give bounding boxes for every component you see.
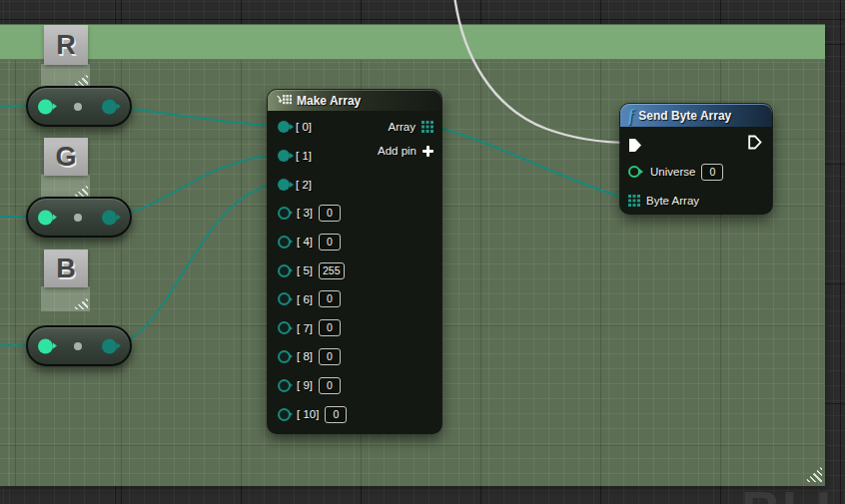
- array-element-value-input[interactable]: 0: [319, 348, 341, 365]
- send-byte-array-title: Send Byte Array: [638, 109, 731, 123]
- comment-b-title[interactable]: B: [44, 250, 88, 287]
- array-element-value-input[interactable]: 0: [319, 319, 341, 336]
- comment-b-label: B: [56, 253, 76, 284]
- make-array-node[interactable]: Make Array [ 0][ 1][ 2][ 3]0[ 4]0[ 5]255…: [268, 90, 441, 433]
- array-element-pin[interactable]: [278, 321, 291, 334]
- array-element-value-input[interactable]: 255: [319, 262, 345, 279]
- make-array-input-row: [ 2]: [278, 175, 312, 195]
- array-element-pin[interactable]: [278, 264, 291, 277]
- compact-node-b[interactable]: [26, 325, 132, 366]
- array-element-value-input[interactable]: 0: [319, 290, 341, 307]
- array-element-pin[interactable]: [278, 179, 290, 191]
- function-icon: f: [628, 108, 633, 124]
- make-array-input-row: [ 3]0: [278, 203, 341, 223]
- array-element-pin[interactable]: [278, 121, 290, 133]
- make-array-icon: [276, 94, 292, 107]
- make-array-input-row: [ 8]0: [278, 346, 341, 366]
- byte-array-row: Byte Array: [628, 191, 699, 211]
- pill-g-output-pin[interactable]: [102, 210, 117, 225]
- array-element-label: [ 10]: [297, 408, 319, 420]
- array-element-label: [ 8]: [297, 350, 313, 362]
- blueprint-graph-canvas[interactable]: BLU R G B: [0, 0, 845, 504]
- pill-b-output-pin[interactable]: [102, 338, 117, 353]
- universe-row: Universe 0: [628, 162, 723, 182]
- make-array-input-row: [ 7]0: [278, 318, 341, 338]
- byte-array-pin-icon[interactable]: [628, 195, 640, 207]
- array-element-pin[interactable]: [278, 236, 291, 249]
- array-element-pin[interactable]: [278, 292, 291, 305]
- send-byte-array-node[interactable]: f Send Byte Array Universe 0 Byte: [620, 104, 772, 214]
- pill-g-icon: [74, 214, 82, 222]
- array-element-pin[interactable]: [278, 350, 291, 363]
- make-array-input-row: [ 0]: [278, 117, 312, 137]
- comment-r-body: [41, 64, 90, 88]
- comment-main-title-bar[interactable]: [0, 24, 825, 60]
- exec-in-row: [628, 135, 642, 155]
- compact-node-r[interactable]: [26, 86, 132, 127]
- pill-r-input-pin[interactable]: [38, 99, 53, 114]
- array-element-value-input[interactable]: 0: [319, 234, 341, 251]
- comment-g-title[interactable]: G: [44, 138, 88, 176]
- array-output-label: Array: [389, 121, 416, 133]
- make-array-output-row: Array: [389, 117, 433, 137]
- comment-g-resize-handle[interactable]: [72, 185, 88, 197]
- pill-b-input-pin[interactable]: [38, 338, 53, 353]
- pill-g-input-pin[interactable]: [38, 210, 53, 225]
- compact-node-g[interactable]: [26, 197, 132, 238]
- comment-r-resize-handle[interactable]: [72, 74, 88, 86]
- array-element-label: [ 4]: [297, 236, 313, 248]
- make-array-input-row: [ 10]0: [278, 404, 347, 424]
- array-element-value-input[interactable]: 0: [325, 406, 347, 423]
- array-element-label: [ 9]: [297, 379, 313, 391]
- exec-in-pin[interactable]: [628, 138, 642, 153]
- universe-label: Universe: [650, 166, 695, 178]
- pill-r-icon: [74, 103, 82, 111]
- array-element-pin[interactable]: [278, 379, 291, 392]
- array-element-value-input[interactable]: 0: [319, 377, 341, 394]
- add-pin-plus-icon[interactable]: [422, 146, 433, 157]
- array-element-label: [ 3]: [297, 207, 313, 219]
- array-element-label: [ 0]: [296, 121, 312, 133]
- array-element-label: [ 2]: [296, 179, 312, 191]
- comment-b-body: [41, 286, 90, 311]
- pill-r-output-pin[interactable]: [102, 99, 117, 114]
- make-array-add-pin-row[interactable]: Add pin: [378, 141, 433, 161]
- pill-b-icon: [74, 342, 82, 350]
- comment-g-body: [41, 175, 90, 199]
- add-pin-label: Add pin: [378, 145, 417, 157]
- array-element-label: [ 5]: [297, 264, 313, 276]
- array-element-pin[interactable]: [278, 207, 291, 220]
- array-element-pin[interactable]: [278, 408, 291, 421]
- make-array-input-row: [ 5]255: [278, 260, 345, 280]
- array-element-label: [ 1]: [296, 150, 312, 162]
- array-output-pin-icon[interactable]: [422, 121, 433, 133]
- make-array-input-row: [ 6]0: [278, 289, 341, 309]
- comment-b-resize-handle[interactable]: [72, 297, 88, 309]
- make-array-input-row: [ 1]: [278, 146, 312, 166]
- make-array-title: Make Array: [297, 94, 361, 108]
- comment-g-label: G: [55, 142, 76, 173]
- comment-r-label: R: [56, 30, 76, 61]
- make-array-header[interactable]: Make Array: [268, 90, 441, 111]
- universe-value-input[interactable]: 0: [701, 164, 723, 181]
- byte-array-label: Byte Array: [646, 195, 699, 207]
- array-element-label: [ 7]: [297, 322, 313, 334]
- array-element-pin[interactable]: [278, 150, 290, 162]
- make-array-input-row: [ 9]0: [278, 375, 341, 395]
- comment-r-title[interactable]: R: [44, 25, 88, 65]
- make-array-input-row: [ 4]0: [278, 232, 341, 252]
- array-element-label: [ 6]: [297, 293, 313, 305]
- universe-pin[interactable]: [628, 166, 640, 178]
- array-element-value-input[interactable]: 0: [319, 205, 341, 222]
- send-byte-array-header[interactable]: f Send Byte Array: [620, 104, 772, 127]
- exec-out-pin[interactable]: [748, 135, 762, 150]
